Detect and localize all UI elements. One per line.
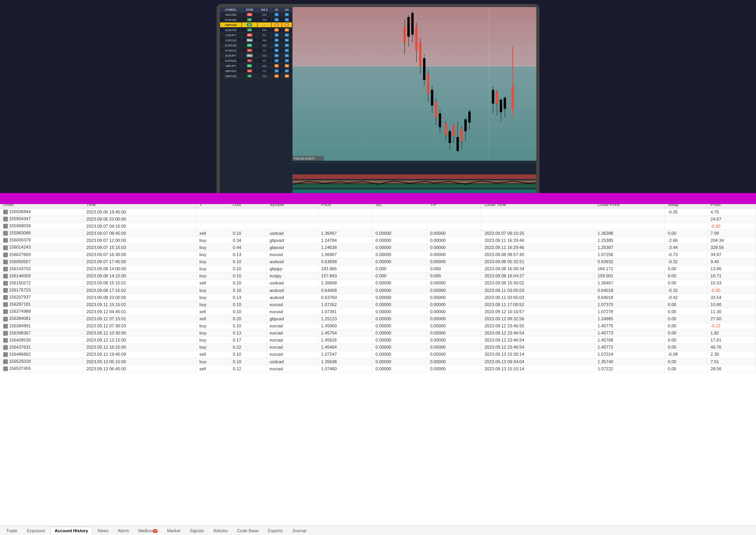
- cell-closePrice: 0.63932: [594, 258, 664, 265]
- cell-price: 1.45900: [318, 322, 372, 329]
- tab-news[interactable]: News: [93, 527, 113, 535]
- cell-type: sell: [196, 365, 230, 372]
- cell-time: 2023.09.07 16:30:00: [83, 251, 196, 258]
- row-icon: [3, 210, 8, 214]
- tab-alerts[interactable]: Alerts: [113, 527, 133, 535]
- tab-code-base[interactable]: Code Base: [233, 527, 263, 535]
- cell-closeTime: 2023.09.11 17:00:52: [481, 301, 594, 308]
- cell-symbol: usdcad: [266, 358, 318, 365]
- table-row[interactable]: 1561767232023.09.08 17:15:02buy0.10audus…: [0, 287, 756, 294]
- cell-swap: 0.00: [665, 336, 707, 344]
- cell-lots: 0.13: [230, 251, 267, 258]
- svg-rect-33: [445, 123, 447, 135]
- cell-closePrice: 184.171: [594, 265, 664, 272]
- main-chart: PSE146 36.5675: [293, 7, 536, 194]
- cell-time: 2023.09.08 14:15:00: [83, 272, 196, 279]
- cell-profit: -0.60: [707, 223, 756, 230]
- table-row[interactable]: 1564376312023.09.12 16:15:00buy0.22eurca…: [0, 344, 756, 351]
- table-row[interactable]: 1559830862023.09.07 08:45:00sell0.10usdc…: [0, 230, 756, 237]
- cell-tp: 0.00000: [427, 294, 481, 301]
- table-row[interactable]: 1562079372023.09.08 23:00:00buy0.13audus…: [0, 294, 756, 301]
- table-row[interactable]: 1562871812023.09.11 15:15:02buy0.10eurus…: [0, 301, 756, 308]
- cell-swap: 0.00: [665, 308, 707, 315]
- table-row[interactable]: 1561460092023.09.08 14:15:00buy0.10eurjp…: [0, 272, 756, 279]
- tab-exposure[interactable]: Exposure: [22, 527, 49, 535]
- table-row[interactable]: 1561502722023.09.08 15:15:01sell0.10usdc…: [0, 279, 756, 286]
- cell-lots: 0.34: [230, 237, 267, 244]
- table-row[interactable]: 1559368442023.09.06 19:45:00-0.354.75: [0, 208, 756, 215]
- cell-swap: 0.00: [665, 272, 707, 279]
- cell-lots: 0.20: [230, 315, 267, 322]
- table-row[interactable]: 1563849912023.09.12 07:30:03buy0.10eurca…: [0, 322, 756, 329]
- tab-trade[interactable]: Trade: [2, 527, 22, 535]
- cell-type: buy: [196, 329, 230, 336]
- cell-type: buy: [196, 287, 230, 294]
- cell-profit: 11.30: [707, 308, 756, 315]
- cell-lots: 0.13: [230, 329, 267, 336]
- cell-symbol: eurcad: [266, 336, 318, 344]
- cell-profit: 46.76: [707, 344, 756, 351]
- table-row[interactable]: 1559680392023.09.07 04:15:00-0.60: [0, 223, 756, 230]
- cell-symbol: gbpjpy: [266, 265, 318, 272]
- table-row[interactable]: 1563840812023.09.12 07:15:01sell0.20gbpu…: [0, 315, 756, 322]
- row-icon: [3, 253, 8, 257]
- cell-profit: 34.97: [707, 251, 756, 258]
- cell-type: buy: [196, 258, 230, 265]
- cell-tp: [427, 215, 481, 223]
- table-row[interactable]: 1560003792023.09.07 12:00:00buy0.34gbpus…: [0, 237, 756, 244]
- cell-type: buy: [196, 244, 230, 251]
- table-row[interactable]: 1559543472023.09.06 23:00:0024.67: [0, 215, 756, 223]
- trade-table-container[interactable]: OrderTimeTLotsSymbolPriceS/LT/PClose Tim…: [0, 201, 756, 511]
- cell-time: 2023.09.08 15:15:01: [83, 279, 196, 286]
- table-row[interactable]: 1561437022023.09.08 14:00:00buy0.10gbpjp…: [0, 265, 756, 272]
- cell-tp: [427, 223, 481, 230]
- tab-account-history[interactable]: Account History: [50, 527, 93, 535]
- bottom-tabs: TradeExposureAccount HistoryNewsAlertsMa…: [0, 526, 756, 535]
- row-icon: [3, 345, 8, 350]
- table-row[interactable]: 1560505572023.09.07 17:45:00buy0.10audus…: [0, 258, 756, 265]
- cell-price: 1.35638: [318, 358, 372, 365]
- table-row[interactable]: 1560142432023.09.07 15:15:03buy0.44gbpus…: [0, 244, 756, 251]
- row-icon: [3, 359, 8, 364]
- table-row[interactable]: 1564868622023.09.12 19:45:09sell0.10euru…: [0, 351, 756, 358]
- table-row[interactable]: 1565250282023.09.13 05:15:00buy0.10usdca…: [0, 358, 756, 365]
- table-row[interactable]: 1560276692023.09.07 16:30:00buy0.13eurus…: [0, 251, 756, 258]
- cell-tp: 0.00000: [427, 358, 481, 365]
- cell-profit: 27.60: [707, 315, 756, 322]
- tab-articles[interactable]: Articles: [209, 527, 232, 535]
- tab-experts[interactable]: Experts: [264, 527, 287, 535]
- cell-lots: 0.10: [230, 358, 267, 365]
- cell-order: 156176723: [0, 287, 83, 294]
- cell-profit: 10.80: [707, 301, 756, 308]
- cell-symbol: usdcad: [266, 230, 318, 237]
- cell-symbol: eurcad: [266, 344, 318, 351]
- table-row[interactable]: 1564095302023.09.12 12:15:00buy0.17eurca…: [0, 336, 756, 344]
- tab-journal[interactable]: Journal: [288, 527, 311, 535]
- cell-price: 1.45754: [318, 329, 372, 336]
- cell-lots: 0.10: [230, 351, 267, 358]
- tab-mailbox[interactable]: Mailbox7: [134, 527, 162, 535]
- cell-order: 156437631: [0, 344, 83, 351]
- cell-price: 1.07262: [318, 301, 372, 308]
- cell-profit: 17.81: [707, 336, 756, 344]
- svg-rect-37: [452, 125, 455, 136]
- tab-signals[interactable]: Signals: [185, 527, 208, 535]
- table-row[interactable]: 1563749882023.09.12 04:45:01sell0.10euru…: [0, 308, 756, 315]
- cell-swap: -0.32: [665, 258, 707, 265]
- cell-closePrice: 1.25385: [594, 237, 664, 244]
- tab-market[interactable]: Market: [163, 527, 185, 535]
- cell-lots: 0.10: [230, 258, 267, 265]
- cell-time: 2023.09.12 04:45:01: [83, 308, 196, 315]
- svg-rect-21: [419, 43, 421, 66]
- cell-sl: [372, 215, 426, 223]
- cell-closePrice: 1.24985: [594, 315, 664, 322]
- svg-rect-29: [435, 102, 437, 117]
- table-row[interactable]: 1563983672023.09.12 10:30:00buy0.13eurca…: [0, 329, 756, 336]
- cell-profit: -9.22: [707, 322, 756, 329]
- cell-type: buy: [196, 322, 230, 329]
- cell-price: 1.36497: [318, 230, 372, 237]
- cell-symbol: [266, 208, 318, 215]
- tab-badge-mailbox: 7: [153, 529, 158, 533]
- cell-symbol: eurusd: [266, 251, 318, 258]
- table-row[interactable]: 1565374552023.09.13 06:45:00sell0.12euru…: [0, 365, 756, 372]
